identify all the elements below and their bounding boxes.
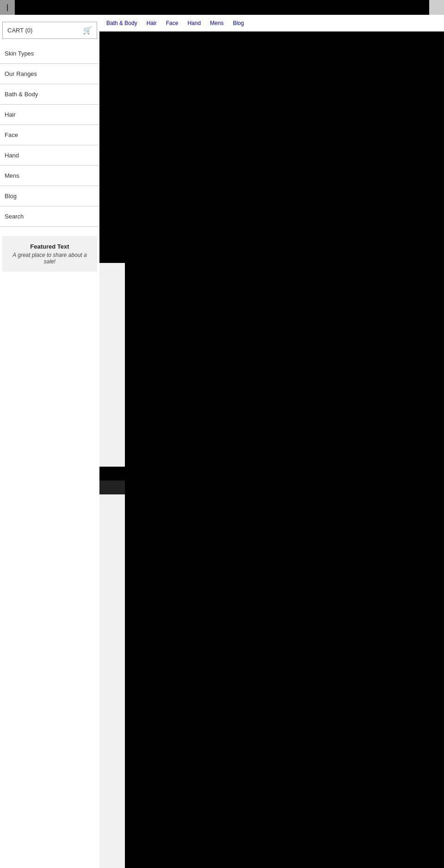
- sidebar-item-label: Face: [5, 131, 18, 138]
- light-panel-2: [99, 494, 125, 868]
- top-bar: |: [0, 0, 444, 15]
- sidebar-item-mens[interactable]: Mens: [0, 166, 99, 186]
- top-bar-right-icon[interactable]: [429, 0, 444, 15]
- header-nav-bath-body[interactable]: Bath & Body: [106, 20, 137, 26]
- sidebar-item-hair[interactable]: Hair: [0, 105, 99, 125]
- sidebar-item-bath-body[interactable]: Bath & Body: [0, 84, 99, 105]
- sidebar-item-label: Hand: [5, 152, 19, 159]
- sidebar-item-search[interactable]: Search: [0, 206, 99, 227]
- sidebar-item-label: Blog: [5, 193, 17, 200]
- hamburger-icon: |: [6, 3, 8, 12]
- featured-title: Featured Text: [7, 243, 92, 250]
- sidebar-item-skin-types[interactable]: Skin Types: [0, 44, 99, 64]
- light-panel-1: [99, 263, 125, 467]
- dark-panel: [99, 481, 125, 494]
- sidebar-item-label: Mens: [5, 172, 19, 179]
- sidebar-item-label: Search: [5, 213, 24, 220]
- sidebar-item-label: Skin Types: [5, 50, 34, 57]
- main-header: Bath & Body Hair Face Hand Mens Blog: [99, 15, 444, 31]
- header-nav-hair[interactable]: Hair: [147, 20, 157, 26]
- menu-toggle-icon[interactable]: |: [0, 0, 15, 15]
- sidebar-item-label: Bath & Body: [5, 91, 38, 98]
- header-nav-hand[interactable]: Hand: [187, 20, 201, 26]
- sidebar-item-hand[interactable]: Hand: [0, 145, 99, 166]
- main-content: [99, 31, 444, 868]
- header-nav-blog[interactable]: Blog: [233, 20, 244, 26]
- sidebar-item-label: Hair: [5, 111, 16, 118]
- sidebar-item-label: Our Ranges: [5, 70, 37, 77]
- sidebar-item-face[interactable]: Face: [0, 125, 99, 145]
- featured-subtitle: A great place to share about a sale!: [7, 252, 92, 265]
- sidebar: CART (0) 🛒 Skin Types Our Ranges Bath & …: [0, 0, 99, 868]
- header-nav-mens[interactable]: Mens: [210, 20, 223, 26]
- cart-button[interactable]: CART (0) 🛒: [2, 22, 97, 39]
- sidebar-item-blog[interactable]: Blog: [0, 186, 99, 206]
- sidebar-navigation: Skin Types Our Ranges Bath & Body Hair F…: [0, 44, 99, 227]
- sidebar-item-our-ranges[interactable]: Our Ranges: [0, 64, 99, 84]
- cart-icon: 🛒: [83, 26, 92, 35]
- header-nav-face[interactable]: Face: [166, 20, 179, 26]
- cart-label: CART (0): [7, 27, 32, 34]
- featured-text-box: Featured Text A great place to share abo…: [2, 236, 97, 272]
